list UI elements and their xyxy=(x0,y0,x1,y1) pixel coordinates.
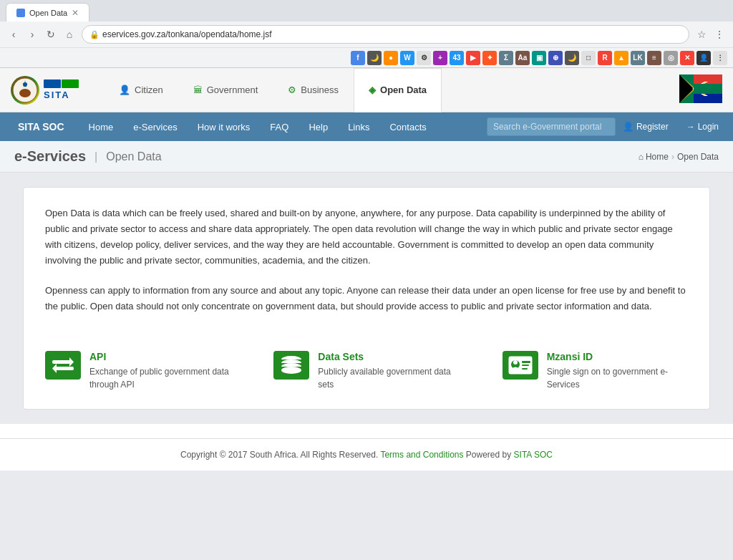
mzansi-icon xyxy=(503,351,538,380)
ext-icon-22[interactable]: 👤 xyxy=(696,51,711,65)
card-mzansi[interactable]: Mzansi ID Single sign on to government e… xyxy=(503,351,688,391)
footer-terms-link[interactable]: Terms and Conditions xyxy=(380,450,463,460)
footer: Copyright © 2017 South Africa. All Right… xyxy=(0,438,733,470)
ext-icon-21[interactable]: ✕ xyxy=(680,51,694,65)
ext-icon-2[interactable]: 🌙 xyxy=(367,51,382,65)
ext-icon-12[interactable]: ▣ xyxy=(532,51,546,65)
business-icon: ⚙ xyxy=(288,85,296,95)
tab-open-data-label: Open Data xyxy=(380,85,427,95)
register-icon: 👤 xyxy=(623,122,634,132)
ext-icon-15[interactable]: □ xyxy=(581,51,596,65)
site-wrapper: SITA 👤 Citizen 🏛 Government ⚙ Business ◈… xyxy=(0,68,733,470)
ext-icon-8[interactable]: ▶ xyxy=(466,51,480,65)
card-datasets[interactable]: Data Sets Publicly available government … xyxy=(273,351,459,391)
svg-rect-16 xyxy=(54,367,74,370)
nav-contacts[interactable]: Contacts xyxy=(379,112,436,141)
search-area xyxy=(487,117,616,136)
footer-sita-link[interactable]: SITA SOC xyxy=(514,450,553,460)
browser-tab-active[interactable]: Open Data ✕ xyxy=(6,3,89,21)
api-content: API Exchange of public government data t… xyxy=(89,351,230,391)
card-api[interactable]: API Exchange of public government data t… xyxy=(45,351,230,391)
paragraph-2: Openness can apply to information from a… xyxy=(45,283,688,314)
tab-title: Open Data xyxy=(29,9,67,17)
search-input[interactable] xyxy=(487,117,616,136)
tab-citizen[interactable]: 👤 Citizen xyxy=(104,68,178,112)
auth-area: 👤 Register → Login xyxy=(616,118,726,135)
browser-chrome: Open Data ✕ ‹ › ↻ ⌂ 🔒 eservices.gov.za/t… xyxy=(0,0,733,68)
ext-icon-11[interactable]: Aa xyxy=(515,51,530,65)
citizen-icon: 👤 xyxy=(119,85,130,95)
svg-rect-10 xyxy=(694,94,722,103)
tab-government-label: Government xyxy=(207,85,258,95)
menu-button[interactable]: ⋮ xyxy=(712,26,727,42)
content-text: Open Data is data which can be freely us… xyxy=(45,206,688,315)
address-bar[interactable]: 🔒 eservices.gov.za/tonkana/opendata/home… xyxy=(82,25,689,44)
tab-government[interactable]: 🏛 Government xyxy=(178,68,273,112)
ext-icon-10[interactable]: Σ xyxy=(499,51,513,65)
ext-icon-5[interactable]: ⚙ xyxy=(417,51,431,65)
api-title: API xyxy=(89,351,230,362)
top-tabs: SITA 👤 Citizen 🏛 Government ⚙ Business ◈… xyxy=(0,68,733,112)
coat-of-arms xyxy=(11,76,39,105)
footer-powered-label: Powered by xyxy=(466,450,511,460)
reload-button[interactable]: ↻ xyxy=(43,26,59,42)
content-area: Open Data is data which can be freely us… xyxy=(0,173,733,424)
login-button[interactable]: → Login xyxy=(679,118,726,135)
ext-icon-23[interactable]: ⋮ xyxy=(713,51,727,65)
nav-buttons: ‹ › ↻ ⌂ xyxy=(6,26,77,42)
logo-area: SITA xyxy=(0,70,89,110)
breadcrumb-arrow: › xyxy=(671,152,674,162)
nav-home[interactable]: Home xyxy=(79,112,124,141)
browser-actions: ☆ ⋮ xyxy=(694,26,727,42)
ext-icon-14[interactable]: 🌙 xyxy=(565,51,579,65)
ext-icon-19[interactable]: ≡ xyxy=(647,51,661,65)
svg-rect-9 xyxy=(694,74,722,84)
tab-business-label: Business xyxy=(301,85,339,95)
login-label: Login xyxy=(698,122,719,132)
datasets-title: Data Sets xyxy=(318,351,459,362)
nav-links[interactable]: Links xyxy=(338,112,379,141)
svg-point-31 xyxy=(513,360,518,365)
lock-icon: 🔒 xyxy=(89,30,99,39)
svg-rect-29 xyxy=(522,365,529,366)
svg-point-1 xyxy=(19,89,31,97)
paragraph-1: Open Data is data which can be freely us… xyxy=(45,206,688,269)
tab-close-button[interactable]: ✕ xyxy=(72,8,79,18)
ext-icon-17[interactable]: ▲ xyxy=(614,51,628,65)
datasets-icon xyxy=(273,351,309,380)
ext-icon-1[interactable]: f xyxy=(351,51,365,65)
tab-business[interactable]: ⚙ Business xyxy=(273,68,354,112)
sa-flag xyxy=(679,74,722,103)
mzansi-title: Mzansi ID xyxy=(547,351,688,362)
tab-open-data[interactable]: ◈ Open Data xyxy=(354,68,442,112)
ext-icon-4[interactable]: W xyxy=(400,51,414,65)
forward-button[interactable]: › xyxy=(24,26,40,42)
nav-eservices[interactable]: e-Services xyxy=(123,112,187,141)
svg-marker-15 xyxy=(69,357,74,367)
nav-help[interactable]: Help xyxy=(298,112,338,141)
breadcrumb-home[interactable]: ⌂ Home xyxy=(639,152,669,162)
browser-toolbar: ‹ › ↻ ⌂ 🔒 eservices.gov.za/tonkana/opend… xyxy=(0,21,733,47)
nav-how-it-works[interactable]: How it works xyxy=(188,112,261,141)
ext-icon-3[interactable]: ● xyxy=(384,51,398,65)
government-icon: 🏛 xyxy=(193,85,203,95)
register-button[interactable]: 👤 Register xyxy=(616,118,676,135)
page-title: e-Services xyxy=(14,148,86,165)
sa-flag-area xyxy=(679,74,733,105)
bookmark-button[interactable]: ☆ xyxy=(694,26,709,42)
ext-icon-7[interactable]: 43 xyxy=(450,51,464,65)
tab-favicon xyxy=(16,9,25,17)
nav-faq[interactable]: FAQ xyxy=(260,112,298,141)
ext-icon-13[interactable]: ⊕ xyxy=(548,51,563,65)
register-label: Register xyxy=(636,122,669,132)
home-button[interactable]: ⌂ xyxy=(62,26,77,42)
breadcrumb-bar: e-Services | Open Data ⌂ Home › Open Dat… xyxy=(0,141,733,173)
svg-marker-17 xyxy=(52,364,57,373)
ext-icon-18[interactable]: LK xyxy=(631,51,645,65)
ext-icon-16[interactable]: R xyxy=(598,51,612,65)
tab-citizen-label: Citizen xyxy=(135,85,163,95)
ext-icon-20[interactable]: ◎ xyxy=(664,51,678,65)
back-button[interactable]: ‹ xyxy=(6,26,21,42)
ext-icon-6[interactable]: + xyxy=(433,51,447,65)
ext-icon-9[interactable]: ✦ xyxy=(482,51,497,65)
